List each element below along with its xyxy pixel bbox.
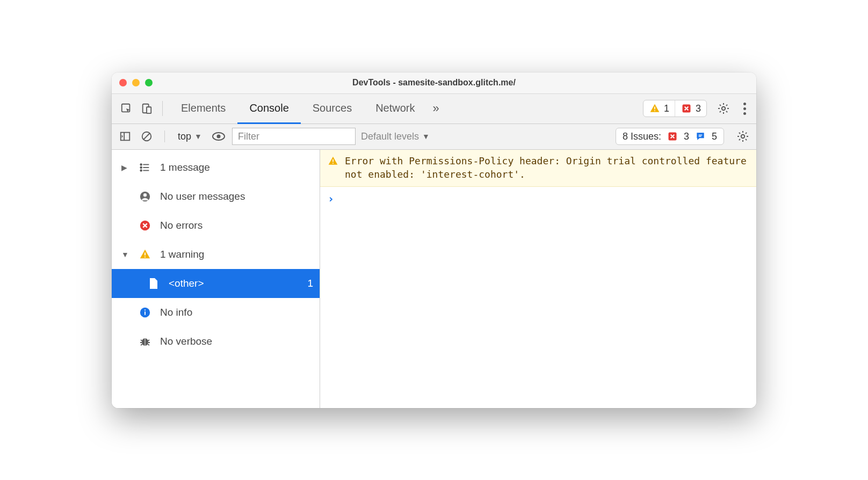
console-sidebar: ▶ 1 message No user messages No errors ▼… xyxy=(112,150,320,408)
svg-line-11 xyxy=(720,105,721,106)
svg-rect-43 xyxy=(144,256,146,257)
sidebar-item-info[interactable]: No info xyxy=(112,298,320,327)
svg-line-30 xyxy=(746,139,747,140)
svg-line-31 xyxy=(739,139,740,140)
svg-line-18 xyxy=(144,134,150,140)
message-icon xyxy=(695,130,706,142)
tab-elements[interactable]: Elements xyxy=(169,94,237,124)
expand-arrow-icon: ▶ xyxy=(121,163,130,172)
svg-line-53 xyxy=(141,344,142,345)
error-icon xyxy=(667,130,678,142)
sidebar-item-count: 1 xyxy=(307,278,313,289)
warnings-count: 1 xyxy=(664,103,669,114)
tab-network[interactable]: Network xyxy=(364,94,426,124)
issues-msg-count: 5 xyxy=(712,131,717,142)
panel-tabs: Elements Console Sources Network » xyxy=(169,94,445,123)
sidebar-item-label: 1 message xyxy=(160,162,210,173)
tab-console[interactable]: Console xyxy=(237,94,300,124)
tab-sources[interactable]: Sources xyxy=(301,94,364,124)
svg-rect-42 xyxy=(144,252,146,256)
log-levels-selector[interactable]: Default levels ▼ xyxy=(361,131,430,142)
errors-count: 3 xyxy=(696,103,701,114)
svg-rect-45 xyxy=(144,311,146,315)
live-expression-icon[interactable] xyxy=(211,128,227,144)
svg-line-13 xyxy=(720,111,721,112)
chevron-down-icon: ▼ xyxy=(194,132,202,141)
svg-point-36 xyxy=(140,164,142,165)
svg-line-32 xyxy=(746,133,747,134)
sidebar-item-label: No info xyxy=(160,307,192,318)
status-badges[interactable]: 1 3 xyxy=(643,100,707,117)
window-title: DevTools - samesite-sandbox.glitch.me/ xyxy=(112,78,756,88)
expand-arrow-icon: ▼ xyxy=(121,250,130,259)
sidebar-item-label: No verbose xyxy=(160,336,212,347)
bug-icon xyxy=(138,336,153,347)
list-icon xyxy=(138,162,153,173)
console-prompt[interactable]: › xyxy=(320,187,756,210)
sidebar-item-label: <other> xyxy=(169,278,204,289)
clear-console-icon[interactable] xyxy=(139,128,155,144)
info-icon xyxy=(138,307,153,318)
svg-rect-55 xyxy=(332,159,334,162)
settings-icon[interactable] xyxy=(715,100,732,117)
svg-point-20 xyxy=(216,135,220,139)
svg-rect-15 xyxy=(121,133,130,141)
sidebar-item-errors[interactable]: No errors xyxy=(112,211,320,240)
error-icon xyxy=(681,103,692,114)
console-warning-row[interactable]: Error with Permissions-Policy header: Or… xyxy=(320,150,756,187)
issues-button[interactable]: 8 Issues: 3 5 xyxy=(616,128,724,145)
svg-point-40 xyxy=(143,193,147,197)
svg-line-49 xyxy=(141,340,142,341)
svg-rect-46 xyxy=(144,309,146,310)
errors-badge[interactable]: 3 xyxy=(675,100,706,117)
svg-point-37 xyxy=(140,166,142,168)
context-selector[interactable]: top ▼ xyxy=(175,131,205,142)
svg-point-24 xyxy=(741,135,744,138)
sidebar-item-messages[interactable]: ▶ 1 message xyxy=(112,153,320,182)
context-label: top xyxy=(178,131,191,142)
issues-label: 8 Issues: xyxy=(623,131,661,142)
svg-point-38 xyxy=(140,170,142,171)
svg-line-12 xyxy=(726,111,727,112)
sidebar-item-label: No user messages xyxy=(160,191,245,202)
inspect-element-icon[interactable] xyxy=(117,99,135,118)
sidebar-item-user[interactable]: No user messages xyxy=(112,182,320,211)
more-options-icon[interactable] xyxy=(738,103,751,115)
warning-icon xyxy=(649,103,661,114)
console-toolbar: top ▼ Default levels ▼ 8 Issues: 3 5 xyxy=(112,124,756,150)
sidebar-item-other[interactable]: <other> 1 xyxy=(112,269,320,298)
file-icon xyxy=(146,277,161,290)
chevron-down-icon: ▼ xyxy=(422,132,430,141)
divider xyxy=(162,101,163,116)
sidebar-item-verbose[interactable]: No verbose xyxy=(112,327,320,356)
svg-rect-56 xyxy=(332,163,334,164)
user-icon xyxy=(138,191,153,202)
filter-input[interactable] xyxy=(232,128,356,145)
devtools-window: DevTools - samesite-sandbox.glitch.me/ E… xyxy=(112,72,756,408)
device-toolbar-icon[interactable] xyxy=(138,99,156,118)
console-body: ▶ 1 message No user messages No errors ▼… xyxy=(112,150,756,408)
svg-line-29 xyxy=(739,133,740,134)
svg-line-14 xyxy=(726,105,727,106)
svg-rect-0 xyxy=(122,104,130,112)
levels-label: Default levels xyxy=(361,131,419,142)
warning-message: Error with Permissions-Policy header: Or… xyxy=(345,154,750,181)
issues-err-count: 3 xyxy=(684,131,689,142)
error-circle-icon xyxy=(138,220,153,231)
svg-line-54 xyxy=(148,344,149,345)
more-tabs-button[interactable]: » xyxy=(427,94,445,123)
console-settings-icon[interactable] xyxy=(735,128,751,144)
console-output: Error with Permissions-Policy header: Or… xyxy=(320,150,756,408)
titlebar: DevTools - samesite-sandbox.glitch.me/ xyxy=(112,72,756,94)
main-tabbar: Elements Console Sources Network » 1 3 xyxy=(112,94,756,124)
warning-icon xyxy=(138,249,153,260)
sidebar-item-warnings[interactable]: ▼ 1 warning xyxy=(112,240,320,269)
toggle-sidebar-icon[interactable] xyxy=(117,128,133,144)
divider xyxy=(164,130,165,142)
svg-rect-3 xyxy=(654,107,655,110)
svg-line-50 xyxy=(148,340,149,341)
warnings-badge[interactable]: 1 xyxy=(643,100,675,117)
warning-icon xyxy=(328,156,338,181)
sidebar-item-label: No errors xyxy=(160,220,202,231)
svg-rect-4 xyxy=(654,110,655,111)
